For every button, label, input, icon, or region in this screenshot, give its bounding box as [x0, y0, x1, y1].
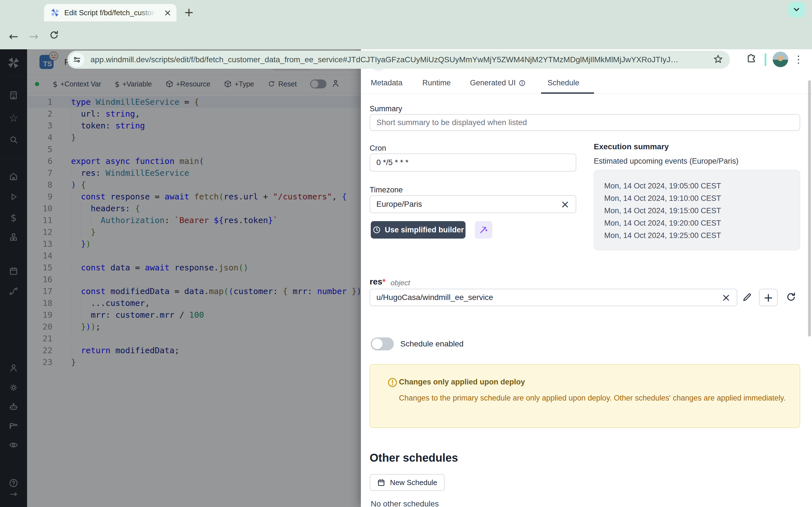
magic-wand-icon: [479, 225, 488, 234]
tab-generated-ui[interactable]: Generated UI: [470, 78, 526, 87]
bookmark-star-icon[interactable]: [713, 54, 723, 65]
timezone-label: Timezone: [370, 186, 403, 194]
timezone-value: Europe/Paris: [376, 200, 422, 209]
execution-summary-subtitle: Estimated upcoming events (Europe/Paris): [594, 157, 739, 166]
drawer-backdrop[interactable]: [0, 49, 361, 507]
warning-icon: [387, 377, 398, 389]
refresh-resource-icon[interactable]: [785, 291, 797, 303]
toolbar-separator: [765, 53, 766, 66]
reload-button[interactable]: [46, 30, 63, 43]
active-tab-underline: [541, 93, 594, 94]
cron-input[interactable]: 0 */5 * * *: [370, 154, 576, 172]
warning-title: Changes only applied upon deploy: [399, 378, 525, 386]
browser-chrome: Edit Script f/bd/fetch_custom × + ← → ap…: [0, 0, 812, 49]
new-schedule-label: New Schedule: [390, 478, 437, 487]
url-text[interactable]: app.windmill.dev/scripts/edit/f/bd/fetch…: [91, 55, 708, 64]
other-schedules-title: Other schedules: [370, 452, 458, 464]
clear-resource-icon[interactable]: ×: [721, 292, 730, 303]
clock-icon: [372, 226, 381, 234]
tab-generated-ui-label: Generated UI: [470, 78, 516, 87]
tab-runtime[interactable]: Runtime: [422, 78, 451, 87]
summary-placeholder: Short summary to be displayed when liste…: [376, 118, 527, 127]
new-tab-button[interactable]: +: [183, 7, 195, 19]
ai-wand-button[interactable]: [475, 221, 492, 238]
browser-tab[interactable]: Edit Script f/bd/fetch_custom ×: [44, 4, 176, 21]
add-resource-plus-button[interactable]: +: [759, 289, 777, 306]
windmill-favicon: [50, 8, 60, 17]
site-settings-icon[interactable]: [70, 52, 84, 67]
deploy-warning-box: Changes only applied upon deploy Changes…: [370, 364, 800, 428]
tab-schedule-label: Schedule: [548, 78, 579, 87]
schedule-enabled-label: Schedule enabled: [400, 339, 463, 348]
extensions-icon[interactable]: [746, 52, 757, 64]
res-arg-type: object: [391, 279, 410, 287]
upcoming-event-row: Mon, 14 Oct 2024, 19:05:00 CEST: [604, 180, 800, 192]
tab-schedule[interactable]: Schedule: [548, 78, 579, 87]
tab-strip: Edit Script f/bd/fetch_custom × +: [0, 0, 812, 23]
forward-button[interactable]: →: [26, 30, 42, 43]
tab-close-icon[interactable]: ×: [164, 8, 171, 17]
settings-tabs: Metadata Runtime Generated UI Schedule: [361, 76, 812, 94]
cron-value: 0 */5 * * *: [376, 158, 409, 167]
cron-label: Cron: [370, 144, 386, 153]
edit-resource-pencil-icon[interactable]: [742, 292, 752, 302]
browser-toolbar: ← → app.windmill.dev/scripts/edit/f/bd/f…: [0, 23, 812, 49]
timezone-input[interactable]: Europe/Paris ×: [370, 195, 576, 213]
window-chevron-button[interactable]: [788, 2, 805, 17]
toggle-knob: [372, 339, 383, 349]
execution-summary-title: Execution summary: [594, 142, 669, 151]
warning-body: Changes to the primary schedule are only…: [399, 392, 788, 404]
settings-drawer: × Settings Metadata Runtime Generated UI…: [361, 49, 812, 507]
calendar-icon: [377, 478, 386, 487]
no-other-schedules-text: No other schedules: [371, 499, 439, 507]
tab-metadata[interactable]: Metadata: [371, 78, 403, 87]
schedule-enabled-toggle[interactable]: [371, 337, 394, 350]
summary-input[interactable]: Short summary to be displayed when liste…: [370, 114, 800, 131]
upcoming-events-box: Mon, 14 Oct 2024, 19:05:00 CESTMon, 14 O…: [594, 170, 800, 250]
use-simplified-builder-button[interactable]: Use simplified builder: [371, 221, 465, 238]
tab-runtime-label: Runtime: [422, 78, 451, 87]
upcoming-event-row: Mon, 14 Oct 2024, 19:25:00 CEST: [604, 229, 800, 242]
tab-metadata-label: Metadata: [371, 78, 403, 87]
browser-menu-icon[interactable]: ⋮: [794, 53, 804, 66]
upcoming-event-row: Mon, 14 Oct 2024, 19:10:00 CEST: [604, 192, 800, 205]
summary-label: Summary: [370, 105, 402, 113]
chevron-down-icon: [792, 5, 801, 14]
required-asterisk: *: [382, 277, 386, 286]
new-schedule-button[interactable]: New Schedule: [370, 474, 445, 491]
profile-avatar[interactable]: [772, 52, 788, 67]
clear-timezone-icon[interactable]: ×: [560, 199, 569, 210]
res-arg-name: res*: [370, 277, 386, 286]
info-icon: [518, 79, 526, 87]
back-button[interactable]: ←: [5, 30, 22, 43]
drawer-scrollbar[interactable]: [808, 80, 811, 337]
upcoming-event-row: Mon, 14 Oct 2024, 19:20:00 CEST: [604, 217, 800, 229]
builder-button-label: Use simplified builder: [385, 226, 464, 234]
windmill-app: ☆ $: [0, 49, 812, 507]
tab-title-fade: [139, 10, 156, 21]
resource-value: u/HugoCasa/windmill_ee_service: [376, 293, 493, 302]
resource-input[interactable]: u/HugoCasa/windmill_ee_service ×: [370, 289, 737, 306]
url-bar[interactable]: app.windmill.dev/scripts/edit/f/bd/fetch…: [67, 51, 730, 69]
upcoming-event-row: Mon, 14 Oct 2024, 19:15:00 CEST: [604, 205, 800, 217]
